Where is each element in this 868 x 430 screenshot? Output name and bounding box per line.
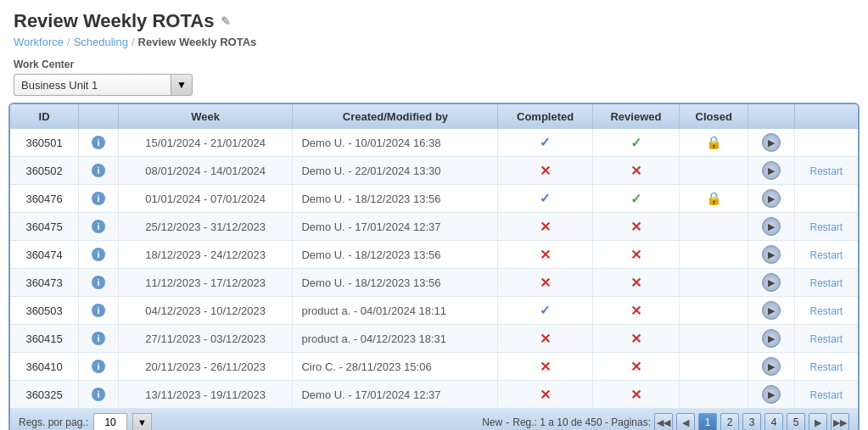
col-closed: Closed xyxy=(680,104,748,129)
work-center-section: Work Center ▼ xyxy=(0,52,868,103)
play-btn[interactable]: ▶ xyxy=(762,189,781,208)
info-icon[interactable]: i xyxy=(92,192,105,205)
nav-prev-btn[interactable]: ◀ xyxy=(676,413,695,430)
cell-reviewed: ✕ xyxy=(592,157,679,185)
cell-play[interactable]: ▶ xyxy=(748,297,794,325)
cell-closed xyxy=(680,297,748,325)
cell-completed: ✓ xyxy=(498,297,592,325)
table-row: 360325i13/11/2023 - 19/11/2023Demo U. - … xyxy=(10,381,858,409)
play-btn[interactable]: ▶ xyxy=(762,357,781,376)
restart-link[interactable]: Restart xyxy=(810,333,843,345)
cell-restart[interactable]: Restart xyxy=(794,241,858,269)
cell-play[interactable]: ▶ xyxy=(748,241,794,269)
cell-restart[interactable]: Restart xyxy=(794,381,858,409)
page-5-btn[interactable]: 5 xyxy=(787,413,805,430)
per-page-input[interactable] xyxy=(93,413,127,430)
breadcrumb-scheduling[interactable]: Scheduling xyxy=(74,36,128,48)
info-icon[interactable]: i xyxy=(92,220,105,233)
cell-restart[interactable]: Restart xyxy=(794,213,858,241)
table-row: 360502i08/01/2024 - 14/01/2024Demo U. - … xyxy=(10,157,858,185)
cell-info[interactable]: i xyxy=(79,129,119,157)
info-icon[interactable]: i xyxy=(92,332,105,345)
play-btn[interactable]: ▶ xyxy=(762,385,781,404)
cell-play[interactable]: ▶ xyxy=(748,353,794,381)
cell-restart[interactable]: Restart xyxy=(794,297,858,325)
cell-created: Demo U. - 18/12/2023 13:56 xyxy=(293,241,498,269)
cross-red-icon: ✕ xyxy=(540,276,551,290)
restart-link[interactable]: Restart xyxy=(810,305,843,317)
work-center-dropdown-btn[interactable]: ▼ xyxy=(171,74,193,96)
cell-restart[interactable]: Restart xyxy=(794,269,858,297)
play-btn[interactable]: ▶ xyxy=(762,245,781,264)
page-1-btn[interactable]: 1 xyxy=(698,413,717,430)
play-btn[interactable]: ▶ xyxy=(762,161,781,180)
cell-play[interactable]: ▶ xyxy=(748,185,794,213)
cell-play[interactable]: ▶ xyxy=(748,213,794,241)
cell-reviewed: ✕ xyxy=(592,269,679,297)
play-btn[interactable]: ▶ xyxy=(762,301,781,320)
cell-info[interactable]: i xyxy=(79,353,119,381)
edit-icon[interactable]: ✎ xyxy=(221,14,231,28)
cell-completed: ✕ xyxy=(498,381,592,409)
cell-info[interactable]: i xyxy=(79,185,119,213)
work-center-input[interactable] xyxy=(14,74,171,96)
page-2-btn[interactable]: 2 xyxy=(720,413,739,430)
restart-link[interactable]: Restart xyxy=(810,249,843,261)
cell-info[interactable]: i xyxy=(79,381,119,409)
cell-play[interactable]: ▶ xyxy=(748,381,794,409)
restart-link[interactable]: Restart xyxy=(810,389,843,401)
play-btn[interactable]: ▶ xyxy=(762,133,781,152)
cell-restart[interactable]: Restart xyxy=(794,325,858,353)
restart-link[interactable]: Restart xyxy=(810,221,843,233)
cell-closed xyxy=(680,157,748,185)
breadcrumb-workforce[interactable]: Workforce xyxy=(14,36,64,48)
nav-first-btn[interactable]: ◀◀ xyxy=(654,413,673,430)
col-action xyxy=(748,104,794,129)
cell-info[interactable]: i xyxy=(79,325,119,353)
cell-week: 01/01/2024 - 07/01/2024 xyxy=(118,185,293,213)
cell-restart[interactable]: Restart xyxy=(794,353,858,381)
info-icon[interactable]: i xyxy=(92,136,105,149)
restart-link[interactable]: Restart xyxy=(810,277,843,289)
breadcrumb-current: Review Weekly ROTAs xyxy=(138,36,257,48)
info-icon[interactable]: i xyxy=(92,360,105,373)
play-btn[interactable]: ▶ xyxy=(762,329,781,348)
play-btn[interactable]: ▶ xyxy=(762,273,781,292)
per-page-btn[interactable]: ▼ xyxy=(132,413,152,430)
info-icon[interactable]: i xyxy=(92,164,105,177)
cross-red-icon: ✕ xyxy=(540,220,551,234)
cell-created: Demo U. - 17/01/2024 12:37 xyxy=(293,381,498,409)
nav-last-btn[interactable]: ▶▶ xyxy=(831,413,849,430)
table-row: 360415i27/11/2023 - 03/12/2023product a.… xyxy=(10,325,858,353)
page-3-btn[interactable]: 3 xyxy=(742,413,761,430)
cell-info[interactable]: i xyxy=(79,157,119,185)
cell-info[interactable]: i xyxy=(79,297,119,325)
nav-next-btn[interactable]: ▶ xyxy=(809,413,827,430)
restart-link[interactable]: Restart xyxy=(810,361,843,373)
info-icon[interactable]: i xyxy=(92,276,105,289)
cell-info[interactable]: i xyxy=(79,213,119,241)
table-row: 360473i11/12/2023 - 17/12/2023Demo U. - … xyxy=(10,269,858,297)
info-icon[interactable]: i xyxy=(92,304,105,317)
page-4-btn[interactable]: 4 xyxy=(764,413,783,430)
cell-play[interactable]: ▶ xyxy=(748,269,794,297)
restart-link[interactable]: Restart xyxy=(810,165,843,177)
info-icon[interactable]: i xyxy=(92,248,105,261)
cell-play[interactable]: ▶ xyxy=(748,157,794,185)
table-footer: Regs. por pag.: ▼ New - Reg.: 1 a 10 de … xyxy=(10,409,858,430)
cell-info[interactable]: i xyxy=(79,269,119,297)
cell-play[interactable]: ▶ xyxy=(748,325,794,353)
info-icon[interactable]: i xyxy=(92,388,105,401)
cell-reviewed: ✕ xyxy=(592,325,679,353)
cell-week: 27/11/2023 - 03/12/2023 xyxy=(118,325,293,353)
cross-red-icon: ✕ xyxy=(630,388,641,402)
cell-reviewed: ✕ xyxy=(592,353,679,381)
cell-id: 360410 xyxy=(10,353,79,381)
cell-info[interactable]: i xyxy=(79,241,119,269)
play-btn[interactable]: ▶ xyxy=(762,217,781,236)
cell-restart[interactable]: Restart xyxy=(794,157,858,185)
cross-red-icon: ✕ xyxy=(630,276,641,290)
cell-play[interactable]: ▶ xyxy=(748,129,794,157)
cell-closed xyxy=(680,353,748,381)
cell-created: Demo U. - 18/12/2023 13:56 xyxy=(293,269,498,297)
